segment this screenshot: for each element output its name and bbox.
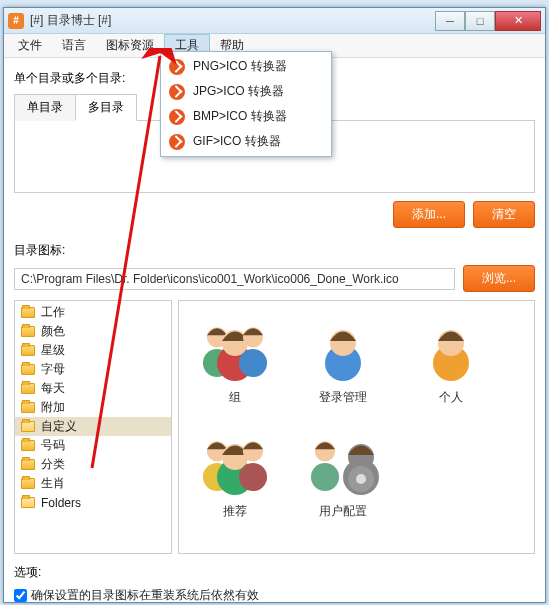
icon-grid-item[interactable]: 推荐 [185,425,285,535]
window-title: [#] 目录博士 [#] [30,12,435,29]
convert-icon [169,84,185,100]
tree-item-label: 颜色 [41,323,65,340]
people-icon [307,311,379,383]
tree-item[interactable]: 每天 [15,379,171,398]
icon-path-input[interactable] [14,268,455,290]
icon-grid-label: 用户配置 [319,503,367,520]
add-button[interactable]: 添加... [393,201,465,228]
tab-multi-dir[interactable]: 多目录 [75,94,137,121]
folder-icon [21,345,35,356]
icon-grid-item[interactable]: 个人 [401,311,501,421]
tab-single-dir[interactable]: 单目录 [14,94,76,121]
icon-grid-item[interactable]: 登录管理 [293,311,393,421]
dropdown-item[interactable]: GIF>ICO 转换器 [163,129,329,154]
dropdown-item-label: PNG>ICO 转换器 [193,58,287,75]
svg-point-4 [239,349,267,377]
tree-item-label: 自定义 [41,418,77,435]
menu-language[interactable]: 语言 [52,34,96,57]
dropdown-item[interactable]: PNG>ICO 转换器 [163,54,329,79]
svg-point-21 [356,474,366,484]
people-icon [199,425,271,497]
checkbox-persist-input[interactable] [14,589,27,602]
options-label: 选项: [14,564,535,581]
tree-item[interactable]: 工作 [15,303,171,322]
tree-item[interactable]: 字母 [15,360,171,379]
tree-item-label: 生肖 [41,475,65,492]
dropdown-item-label: GIF>ICO 转换器 [193,133,281,150]
tree-item[interactable]: 星级 [15,341,171,360]
options-section: 选项: 确保设置的目录图标在重装系统后依然有效 应用图标到所有子目录 [14,564,535,605]
icon-grid[interactable]: 组登录管理个人推荐用户配置 [178,300,535,554]
folder-icon [21,440,35,451]
checkbox-persist-label: 确保设置的目录图标在重装系统后依然有效 [31,587,259,604]
tree-item[interactable]: 分类 [15,455,171,474]
checkbox-persist[interactable]: 确保设置的目录图标在重装系统后依然有效 [14,587,535,604]
tools-dropdown: PNG>ICO 转换器JPG>ICO 转换器BMP>ICO 转换器GIF>ICO… [160,51,332,157]
folder-icon [21,421,35,432]
convert-icon [169,134,185,150]
tree-item-label: 工作 [41,304,65,321]
main-split: 工作颜色星级字母每天附加自定义号码分类生肖Folders 组登录管理个人推荐用户… [14,300,535,554]
folder-icon [21,402,35,413]
tree-item[interactable]: 自定义 [15,417,171,436]
tree-item[interactable]: 生肖 [15,474,171,493]
folder-icon [21,383,35,394]
convert-icon [169,109,185,125]
svg-point-16 [311,463,339,491]
tree-item-label: 附加 [41,399,65,416]
tree-item-label: 字母 [41,361,65,378]
window-controls: ─ □ ✕ [435,11,541,31]
tree-item-label: 星级 [41,342,65,359]
maximize-button[interactable]: □ [465,11,495,31]
tree-item-label: 分类 [41,456,65,473]
menu-file[interactable]: 文件 [8,34,52,57]
folder-icon [21,497,35,508]
path-row: 浏览... [14,265,535,292]
icon-grid-item[interactable]: 用户配置 [293,425,393,535]
dropdown-item[interactable]: BMP>ICO 转换器 [163,104,329,129]
icon-grid-label: 个人 [439,389,463,406]
dropdown-item-label: JPG>ICO 转换器 [193,83,284,100]
tree-item[interactable]: 颜色 [15,322,171,341]
tree-item-label: 号码 [41,437,65,454]
folder-icon [21,326,35,337]
svg-point-14 [239,463,267,491]
close-button[interactable]: ✕ [495,11,541,31]
folder-icon [21,307,35,318]
tree-item[interactable]: Folders [15,493,171,512]
app-icon: # [8,13,24,29]
minimize-button[interactable]: ─ [435,11,465,31]
browse-button[interactable]: 浏览... [463,265,535,292]
convert-icon [169,59,185,75]
titlebar: # [#] 目录博士 [#] ─ □ ✕ [4,8,545,34]
icon-grid-label: 推荐 [223,503,247,520]
people-icon [199,311,271,383]
icon-grid-item[interactable]: 组 [185,311,285,421]
tree-item[interactable]: 号码 [15,436,171,455]
menu-icon-resources[interactable]: 图标资源 [96,34,164,57]
category-tree[interactable]: 工作颜色星级字母每天附加自定义号码分类生肖Folders [14,300,172,554]
icon-grid-label: 组 [229,389,241,406]
tree-item-label: Folders [41,496,81,510]
dir-buttons: 添加... 清空 [14,201,535,228]
folder-icon [21,364,35,375]
people-icon [307,425,379,497]
tree-item[interactable]: 附加 [15,398,171,417]
dropdown-item[interactable]: JPG>ICO 转换器 [163,79,329,104]
folder-icon [21,459,35,470]
tree-item-label: 每天 [41,380,65,397]
icon-label: 目录图标: [14,242,535,259]
clear-button[interactable]: 清空 [473,201,535,228]
dropdown-item-label: BMP>ICO 转换器 [193,108,287,125]
folder-icon [21,478,35,489]
people-icon [415,311,487,383]
icon-grid-label: 登录管理 [319,389,367,406]
